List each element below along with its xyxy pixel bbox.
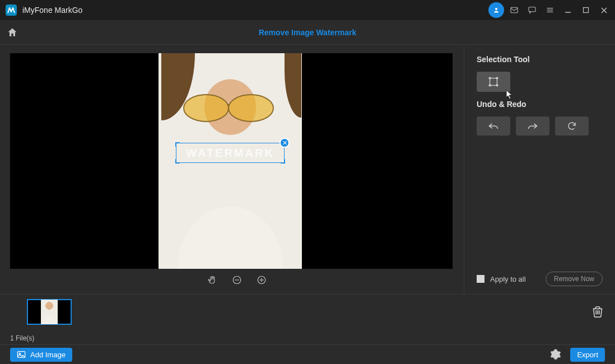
mail-icon[interactable] [506, 2, 522, 18]
watermark-text: WATERMARK [186, 147, 274, 160]
file-count: 1 File(s) [10, 334, 34, 342]
svg-point-19 [489, 77, 491, 79]
cursor-icon [506, 90, 514, 100]
selection-close-button[interactable]: ✕ [279, 138, 290, 148]
gear-icon [550, 349, 561, 360]
svg-point-10 [184, 95, 229, 122]
delete-button[interactable] [591, 305, 604, 318]
thumbnail[interactable] [27, 299, 72, 325]
watermark-selection-box[interactable]: WATERMARK ✕ [176, 143, 285, 163]
hand-tool[interactable] [206, 274, 218, 286]
main: WATERMARK ✕ Selection Tool [0, 45, 615, 294]
svg-rect-18 [490, 78, 497, 86]
settings-button[interactable] [550, 349, 561, 360]
canvas-tools [10, 269, 464, 291]
undo-button[interactable] [477, 116, 510, 136]
account-icon[interactable] [488, 2, 504, 18]
side-panel: Selection Tool Undo & Redo [464, 45, 615, 294]
svg-rect-1 [511, 7, 518, 12]
svg-rect-7 [584, 8, 589, 13]
maximize-button[interactable] [578, 2, 594, 18]
checkbox-icon [477, 275, 484, 283]
svg-point-22 [496, 85, 498, 86]
zoom-out-button[interactable] [231, 274, 243, 286]
export-label: Export [577, 351, 598, 359]
home-button[interactable] [0, 20, 25, 45]
footer: Add Image Export [0, 344, 615, 364]
minimize-button[interactable] [560, 2, 576, 18]
feedback-icon[interactable] [524, 2, 540, 18]
remove-now-button[interactable]: Remove Now [546, 272, 603, 286]
add-image-button[interactable]: Add Image [10, 348, 72, 362]
image-icon [17, 351, 26, 358]
filmstrip: 1 File(s) [0, 294, 615, 344]
menu-icon[interactable] [542, 2, 558, 18]
svg-rect-2 [529, 7, 535, 12]
tab-remove-image-watermark[interactable]: Remove Image Watermark [259, 28, 357, 37]
reset-button[interactable] [555, 116, 589, 136]
svg-point-21 [489, 85, 491, 86]
image-detail [178, 92, 279, 123]
selection-tool-heading: Selection Tool [477, 55, 603, 64]
close-button[interactable] [596, 2, 612, 18]
svg-point-20 [496, 77, 498, 79]
apply-to-all-checkbox[interactable]: Apply to all [477, 275, 526, 283]
apply-to-all-label: Apply to all [490, 275, 526, 283]
app-title: iMyFone MarkGo [22, 6, 82, 15]
zoom-in-button[interactable] [255, 274, 268, 286]
image-canvas[interactable]: WATERMARK ✕ [10, 53, 453, 269]
add-image-label: Add Image [30, 351, 66, 359]
export-button[interactable]: Export [570, 348, 605, 362]
redo-button[interactable] [516, 116, 549, 136]
thumbnail-image [41, 300, 58, 324]
header: Remove Image Watermark [0, 20, 615, 45]
rectangle-select-tool[interactable] [477, 72, 510, 92]
canvas-area: WATERMARK ✕ [0, 45, 464, 294]
titlebar: iMyFone MarkGo [0, 0, 615, 20]
svg-point-11 [229, 95, 273, 122]
app-logo [6, 4, 17, 16]
svg-point-0 [495, 8, 497, 10]
undo-redo-heading: Undo & Redo [477, 100, 603, 109]
